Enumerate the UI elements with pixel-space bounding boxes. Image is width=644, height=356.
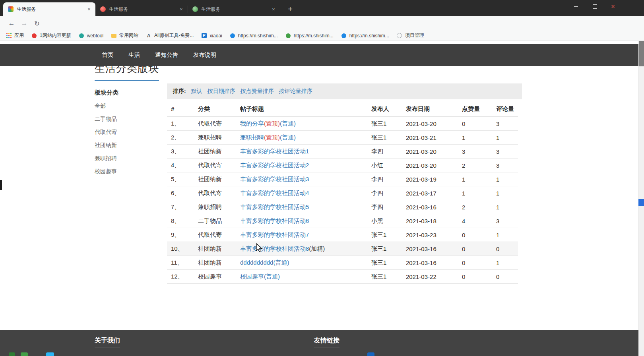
post-title-link[interactable]: 校园趣事(普通) bbox=[240, 273, 280, 280]
row-number: 4、 bbox=[167, 162, 194, 169]
row-date: 2021-03-17 bbox=[402, 190, 458, 197]
taskbar-icon bbox=[21, 352, 28, 356]
bookmark-item[interactable]: 项目管理 bbox=[396, 32, 424, 39]
row-likes: 1 bbox=[458, 134, 492, 141]
row-date: 2021-03-18 bbox=[402, 218, 458, 224]
row-number: 1、 bbox=[167, 120, 194, 128]
new-tab-button[interactable] bbox=[285, 4, 296, 15]
apps-grid-icon bbox=[6, 33, 12, 39]
posts-table: #分类帖子标题发布人发布日期点赞量评论量 1、代取代寄我的分享(置顶)(普通)张… bbox=[167, 102, 518, 284]
sort-option[interactable]: 按点赞量排序 bbox=[241, 88, 274, 95]
sidebar-item[interactable]: 兼职招聘 bbox=[95, 152, 157, 165]
browser-toolbar: localhost:8080/pg92/front/lt2.html bbox=[0, 16, 644, 31]
row-title-cell: 丰富多彩的学校社团活动6 bbox=[236, 217, 367, 225]
tab-favicon-icon bbox=[100, 6, 106, 12]
row-likes: 0 bbox=[458, 120, 492, 127]
row-comments: 1 bbox=[492, 176, 518, 183]
bookmark-item[interactable]: 常用网站 bbox=[111, 32, 138, 39]
table-row: 6、代取代寄丰富多彩的学校社团活动4李四2021-03-1711 bbox=[167, 186, 518, 200]
title-segment: (普通) bbox=[280, 134, 296, 141]
sidebar-list: 全部二手物品代取代寄社团纳新兼职招聘校园趣事 bbox=[95, 99, 157, 178]
row-author: 张三1 bbox=[367, 134, 402, 141]
tab-title: 生活服务 bbox=[17, 6, 83, 13]
title-segment: 我的分享 bbox=[240, 120, 264, 127]
row-author: 张三1 bbox=[367, 273, 402, 281]
row-title-cell: 丰富多彩的学校社团活动4 bbox=[236, 190, 367, 197]
green-dot-icon bbox=[285, 33, 291, 39]
table-row: 10、社团纳新丰富多彩的学校社团活动8(加精)张三12021-03-1600 bbox=[167, 242, 518, 256]
row-date: 2021-03-21 bbox=[402, 134, 458, 141]
row-title-cell: 丰富多彩的学校社团活动5 bbox=[236, 203, 367, 211]
post-title-link[interactable]: 丰富多彩的学校社团活动8(加精) bbox=[240, 245, 325, 252]
row-comments: 3 bbox=[492, 162, 518, 169]
row-likes: 2 bbox=[458, 162, 492, 169]
post-title-link[interactable]: dddddddddd(普通) bbox=[240, 259, 289, 266]
post-title-link[interactable]: 丰富多彩的学校社团活动4 bbox=[240, 190, 309, 196]
site-nav: 首页生活通知公告发布说明 bbox=[0, 44, 638, 66]
row-comments: 1 bbox=[492, 232, 518, 238]
forward-button[interactable] bbox=[19, 18, 29, 29]
row-author: 李四 bbox=[367, 148, 402, 155]
tab-close-icon[interactable] bbox=[86, 6, 92, 12]
bookmark-label: xiaoai bbox=[209, 33, 222, 39]
sidebar-item[interactable]: 社团纳新 bbox=[95, 139, 157, 152]
post-title-link[interactable]: 丰富多彩的学校社团活动7 bbox=[240, 231, 309, 238]
tab-title: 生活服务 bbox=[109, 6, 176, 13]
bookmark-item[interactable]: All原创工具-免费... bbox=[145, 32, 194, 39]
sort-option[interactable]: 按评论量排序 bbox=[279, 88, 312, 95]
taskbar-icon bbox=[46, 352, 54, 356]
post-title-link[interactable]: 我的分享(置顶)(普通) bbox=[240, 120, 296, 127]
post-title-link[interactable]: 兼职招聘(置顶)(普通) bbox=[240, 134, 296, 141]
post-title-link[interactable]: 丰富多彩的学校社团活动1 bbox=[240, 148, 309, 155]
bookmark-item[interactable]: https://m.shishim... bbox=[285, 33, 334, 39]
page-scrollbar[interactable] bbox=[638, 41, 644, 356]
back-button[interactable] bbox=[6, 18, 17, 29]
post-title-link[interactable]: 丰富多彩的学校社团活动2 bbox=[240, 162, 309, 168]
sidebar-item[interactable]: 校园趣事 bbox=[95, 165, 157, 178]
bookmark-item[interactable]: xiaoai bbox=[201, 33, 222, 39]
row-category: 兼职招聘 bbox=[194, 203, 236, 211]
sidebar-item[interactable]: 二手物品 bbox=[95, 112, 157, 126]
row-comments: 3 bbox=[492, 148, 518, 155]
sort-option[interactable]: 按日期排序 bbox=[208, 88, 235, 95]
close-window-button[interactable] bbox=[604, 0, 622, 13]
table-header: #分类帖子标题发布人发布日期点赞量评论量 bbox=[167, 102, 518, 117]
post-title-link[interactable]: 丰富多彩的学校社团活动6 bbox=[240, 217, 309, 224]
title-segment: dddddddddd(普通) bbox=[240, 259, 289, 266]
tab-close-icon[interactable] bbox=[270, 6, 277, 12]
row-number: 10、 bbox=[167, 245, 194, 253]
browser-window: 生活服务生活服务生活服务 localhost:8080/pg92/front/l… bbox=[0, 0, 644, 356]
nav-item[interactable]: 生活 bbox=[128, 51, 140, 59]
title-segment: 丰富多彩的学校社团活动7 bbox=[240, 231, 309, 238]
nav-item[interactable]: 通知公告 bbox=[155, 51, 178, 59]
browser-tab[interactable]: 生活服务 bbox=[3, 2, 95, 16]
bookmark-item[interactable]: https://m.shishim... bbox=[341, 33, 389, 39]
scrollbar-thumb[interactable] bbox=[639, 41, 644, 66]
post-title-link[interactable]: 丰富多彩的学校社团活动5 bbox=[240, 203, 309, 210]
bookmark-item[interactable]: 1网站内容更新 bbox=[31, 32, 71, 39]
bookmark-label: 应用 bbox=[14, 32, 24, 39]
bookmark-item[interactable]: webtool bbox=[78, 33, 103, 39]
post-title-link[interactable]: 丰富多彩的学校社团活动3 bbox=[240, 176, 309, 182]
reload-button[interactable] bbox=[32, 18, 42, 29]
browser-tab[interactable]: 生活服务 bbox=[95, 2, 188, 16]
row-author: 李四 bbox=[367, 190, 402, 197]
nav-item[interactable]: 发布说明 bbox=[193, 51, 216, 59]
sidebar-item[interactable]: 全部 bbox=[95, 99, 157, 112]
bookmark-item[interactable]: 应用 bbox=[6, 32, 24, 39]
minimize-button[interactable] bbox=[567, 0, 585, 13]
tab-close-icon[interactable] bbox=[178, 6, 184, 12]
row-number: 3、 bbox=[167, 148, 194, 155]
sort-option[interactable]: 默认 bbox=[191, 88, 202, 95]
page-viewport: 首页生活通知公告发布说明 生活分类版块 板块分类 全部二手物品代取代寄社团纳新兼… bbox=[0, 41, 644, 356]
bookmark-item[interactable]: https://m.shishim... bbox=[229, 33, 278, 39]
maximize-button[interactable] bbox=[586, 0, 604, 13]
nav-item[interactable]: 首页 bbox=[102, 51, 113, 59]
sidebar-item[interactable]: 代取代寄 bbox=[95, 126, 157, 139]
red-dot-icon bbox=[31, 33, 37, 39]
title-segment: 丰富多彩的学校社团活动5 bbox=[240, 203, 309, 210]
table-row: 4、代取代寄丰富多彩的学校社团活动2小红2021-03-2023 bbox=[167, 159, 518, 172]
row-category: 社团纳新 bbox=[194, 259, 236, 267]
row-likes: 4 bbox=[458, 218, 492, 224]
browser-tab[interactable]: 生活服务 bbox=[188, 2, 280, 16]
